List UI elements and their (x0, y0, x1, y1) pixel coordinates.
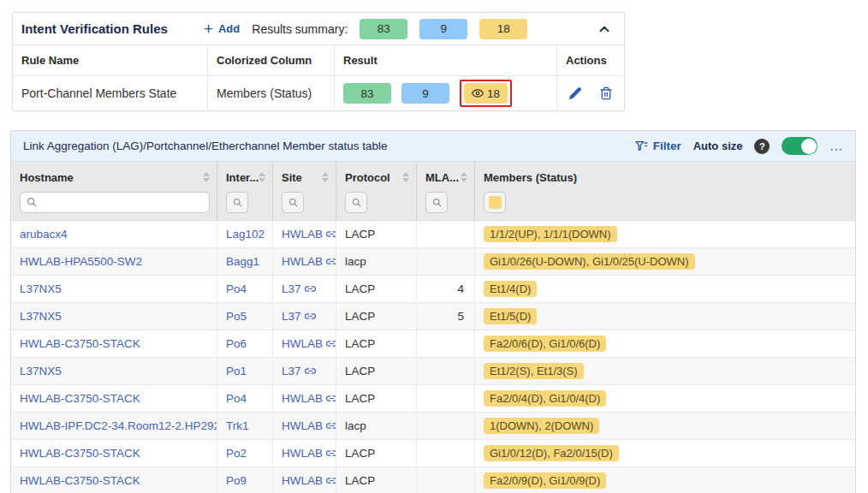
result-highlight-box: 18 (460, 80, 512, 107)
add-button-label: Add (218, 22, 240, 35)
more-options-button[interactable]: ... (829, 139, 843, 153)
site-link[interactable]: L37 (282, 282, 316, 295)
add-rule-button[interactable]: + Add (204, 21, 240, 37)
rule-actions-cell (557, 76, 624, 110)
interface-link[interactable]: Lag102 (226, 228, 265, 241)
site-link[interactable]: HWLAB (282, 419, 336, 432)
mlag-cell: 4 (417, 276, 475, 302)
table-title: Link Aggregation (LAG)/Portchannel/Ether… (23, 140, 388, 152)
pencil-icon (568, 86, 582, 100)
hostname-link[interactable]: HWLAB-C3750-STACK (20, 447, 140, 460)
sort-icon[interactable] (461, 172, 467, 182)
members-status-pill: Gi1/0/12(D), Fa2/0/15(D) (484, 445, 619, 461)
interface-link[interactable]: Po5 (226, 310, 247, 323)
interface-link[interactable]: Bagg1 (226, 255, 259, 268)
table-title-bar: Link Aggregation (LAG)/Portchannel/Ether… (11, 131, 855, 162)
sort-icon[interactable] (322, 172, 329, 182)
intent-verification-rules-panel: Intent Verification Rules + Add Results … (12, 12, 625, 111)
help-icon[interactable]: ? (754, 139, 770, 154)
table-row: HWLAB-HPA5500-SW2Bagg1HWLABlacpGi1/0/26(… (11, 248, 855, 276)
collapse-panel-button[interactable] (597, 21, 612, 37)
edit-rule-button[interactable] (568, 86, 582, 100)
column-members-status: Members (Status) (475, 162, 855, 220)
filter-button[interactable]: Filter (634, 140, 681, 153)
hostname-link[interactable]: HWLAB-IPF.DC2-34.Room12-2.HP2920 (20, 419, 217, 432)
hostname-link[interactable]: HWLAB-HPA5500-SW2 (20, 255, 142, 268)
summary-badge-blue: 9 (419, 19, 467, 39)
link-icon (326, 229, 336, 240)
sort-icon[interactable] (259, 172, 265, 182)
members-status-pill: Fa2/0/9(D), Gi1/0/9(D) (484, 472, 606, 489)
result-badge-green[interactable]: 83 (343, 83, 391, 104)
interface-search-button[interactable] (226, 192, 248, 213)
interface-link[interactable]: Po2 (226, 447, 247, 460)
site-header-label: Site (282, 171, 302, 184)
plus-icon: + (204, 21, 213, 37)
mlag-cell (417, 221, 475, 247)
link-icon (305, 365, 316, 377)
mlag-cell (417, 413, 475, 439)
protocol-cell: LACP (336, 276, 417, 302)
search-icon (288, 197, 299, 208)
result-badge-yellow-eye[interactable]: 18 (464, 83, 508, 104)
table-row: HWLAB-C3750-STACKPo4HWLABLACPFa2/0/4(D),… (11, 385, 855, 413)
site-link[interactable]: HWLAB (282, 474, 336, 487)
site-link[interactable]: L37 (282, 365, 316, 377)
table-row: HWLAB-C3750-STACKPo6HWLABLACPFa2/0/6(D),… (11, 330, 855, 358)
search-icon (351, 197, 362, 208)
protocol-search-button[interactable] (345, 192, 367, 213)
summary-badge-green: 83 (360, 19, 407, 39)
table-row: L37NX5Po5L37LACP5Et1/5(D) (11, 303, 855, 330)
members-cell: 1(DOWN), 2(DOWN) (475, 413, 855, 439)
site-link[interactable]: HWLAB (282, 228, 336, 241)
result-badge-blue[interactable]: 9 (401, 83, 449, 104)
interface-link[interactable]: Po4 (226, 282, 247, 295)
hostname-link[interactable]: arubacx4 (20, 228, 68, 241)
panel-title: Intent Verification Rules (21, 21, 168, 36)
members-color-filter-button[interactable] (484, 192, 506, 213)
mlag-header-label: MLA... (425, 171, 459, 184)
sort-icon[interactable] (402, 172, 409, 182)
delete-rule-button[interactable] (599, 86, 613, 100)
sort-icon[interactable] (203, 172, 210, 182)
protocol-cell: lacp (336, 413, 417, 439)
interface-link[interactable]: Po4 (226, 392, 247, 405)
hostname-header-label: Hostname (20, 171, 74, 184)
filter-funnel-icon (634, 140, 648, 153)
interface-link[interactable]: Po9 (226, 474, 247, 487)
hostname-link[interactable]: L37NX5 (20, 365, 62, 377)
hostname-link[interactable]: HWLAB-C3750-STACK (20, 337, 140, 350)
rules-table-header: Rule Name Colorized Column Result Action… (13, 45, 624, 76)
hostname-link[interactable]: HWLAB-C3750-STACK (20, 474, 140, 487)
protocol-cell: LACP (336, 221, 417, 247)
lag-status-table-card: Link Aggregation (LAG)/Portchannel/Ether… (10, 130, 856, 493)
rule-result-cell: 83 9 18 (335, 76, 557, 110)
protocol-header-label: Protocol (345, 171, 390, 184)
hostname-search-input[interactable] (20, 192, 210, 213)
site-search-button[interactable] (282, 192, 304, 213)
members-status-pill: 1/1/2(UP), 1/1/1(DOWN) (484, 226, 617, 242)
mlag-search-button[interactable] (425, 192, 448, 213)
members-status-pill: Et1/4(D) (484, 281, 537, 297)
site-link[interactable]: HWLAB (282, 392, 336, 405)
link-icon (326, 448, 336, 459)
mlag-cell (417, 248, 475, 275)
site-link[interactable]: HWLAB (282, 447, 336, 460)
autosize-toggle[interactable] (782, 137, 817, 155)
hostname-link[interactable]: L37NX5 (20, 282, 62, 295)
interface-link[interactable]: Trk1 (226, 419, 249, 432)
filter-label: Filter (653, 140, 681, 152)
site-link[interactable]: L37 (282, 310, 316, 323)
table-column-headers: Hostname Inter... Site Protocol (11, 162, 855, 221)
column-protocol: Protocol (336, 162, 417, 220)
interface-link[interactable]: Po6 (226, 337, 247, 350)
hostname-link[interactable]: HWLAB-C3750-STACK (20, 392, 140, 405)
interface-header-label: Inter... (226, 171, 259, 184)
hostname-link[interactable]: L37NX5 (20, 310, 62, 323)
table-rows: arubacx4Lag102HWLABLACP1/1/2(UP), 1/1/1(… (11, 221, 855, 493)
site-link[interactable]: HWLAB (282, 255, 336, 268)
interface-link[interactable]: Po1 (226, 365, 247, 377)
site-link[interactable]: HWLAB (282, 337, 336, 350)
members-status-pill: Gi1/0/26(U-DOWN), Gi1/0/25(U-DOWN) (484, 253, 695, 270)
column-interface: Inter... (217, 162, 273, 220)
